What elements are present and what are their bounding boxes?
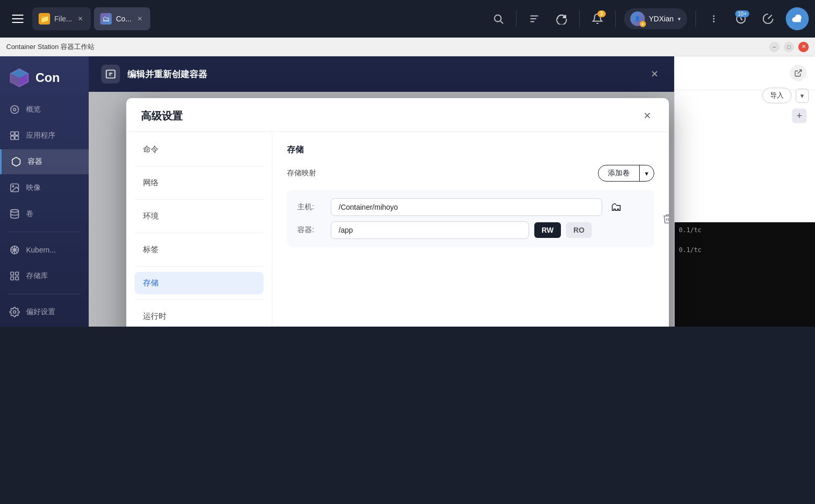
divider-3 xyxy=(615,10,616,27)
container-tab-icon: 🗂 xyxy=(100,13,112,25)
svg-point-7 xyxy=(713,21,715,22)
volumes-icon xyxy=(8,208,21,220)
storage-mapping-row: 存储映射 添加卷 ▾ xyxy=(287,165,654,182)
sidebar-item-apps[interactable]: 应用程序 xyxy=(0,123,89,148)
mapping-card-wrapper: 主机: 🗂 容器: RW RO xyxy=(287,190,654,247)
folder-browse-button[interactable]: 🗂 xyxy=(607,198,625,216)
nav-item-labels[interactable]: 标签 xyxy=(135,238,263,261)
minimize-button[interactable]: − xyxy=(769,42,780,52)
file-tab-label: File... xyxy=(54,15,72,23)
sidebar-logo: Con xyxy=(0,63,89,97)
storage-section-title: 存储 xyxy=(287,145,654,155)
nav-item-environment[interactable]: 环境 xyxy=(135,205,263,227)
modal-close-button[interactable]: ✕ xyxy=(640,109,654,123)
svg-point-13 xyxy=(11,106,19,114)
taskbar-actions: 3 👤 ★ YDXian ▾ 10+ xyxy=(489,7,809,30)
window-controls: − □ ✕ xyxy=(769,42,809,52)
nav-item-network[interactable]: 网络 xyxy=(135,172,263,194)
nav-divider-1 xyxy=(135,166,263,166)
panel-actions: 导入 ▾ xyxy=(762,88,809,103)
ro-button[interactable]: RO xyxy=(566,222,592,238)
close-window-button[interactable]: ✕ xyxy=(798,42,809,52)
sidebar-item-containers[interactable]: 容器 xyxy=(0,149,89,174)
app-layout: Con 概览 应用程序 xyxy=(0,56,815,327)
nav-item-runtime[interactable]: 运行时 xyxy=(135,305,263,327)
menu-button[interactable] xyxy=(6,7,29,30)
divider-2 xyxy=(579,10,580,27)
mapping-host-row: 主机: 🗂 xyxy=(297,198,644,216)
nav-item-storage[interactable]: 存储 xyxy=(135,272,263,294)
user-name: YDXian xyxy=(649,15,674,23)
add-volume-button[interactable]: 添加卷 ▾ xyxy=(598,165,654,182)
container-tab-close[interactable]: ✕ xyxy=(136,15,144,23)
search-button[interactable] xyxy=(489,9,508,28)
edit-dialog-header-icon xyxy=(101,65,120,83)
sidebar-item-preferences[interactable]: 偏好设置 xyxy=(0,299,89,327)
sidebar-item-preferences-label: 偏好设置 xyxy=(26,307,55,317)
stream-button[interactable] xyxy=(525,9,544,28)
file-tab-close[interactable]: ✕ xyxy=(76,15,85,23)
sidebar-item-overview-label: 概览 xyxy=(26,105,41,114)
sidebar-item-images[interactable]: 映像 xyxy=(0,175,89,200)
panel-dropdown-button[interactable]: ▾ xyxy=(796,89,809,103)
sidebar-item-kubernetes[interactable]: Kubern... xyxy=(0,237,89,262)
svg-rect-16 xyxy=(15,132,19,136)
delete-mapping-button[interactable] xyxy=(660,211,669,226)
more-button[interactable] xyxy=(704,9,723,28)
content-area: 编辑并重新创建容器 ✕ 0.1/tc 0.1/tc xyxy=(89,56,815,327)
import-button[interactable]: 导入 xyxy=(762,88,792,103)
overview-icon xyxy=(8,103,21,116)
svg-line-1 xyxy=(500,21,503,23)
svg-rect-24 xyxy=(16,272,19,275)
window-title: Container Station 容器工作站 xyxy=(6,42,769,52)
right-panel: 0.1/tc 0.1/tc 导入 ▾ + xyxy=(674,56,815,327)
svg-point-20 xyxy=(13,186,14,187)
sidebar-item-apps-label: 应用程序 xyxy=(26,131,55,140)
refresh-button[interactable] xyxy=(552,9,571,28)
user-area[interactable]: 👤 ★ YDXian ▾ xyxy=(624,8,687,29)
edit-dialog-close-button[interactable]: ✕ xyxy=(647,67,662,81)
storage-mapping-label: 存储映射 xyxy=(287,169,316,178)
add-button[interactable]: + xyxy=(792,109,807,123)
sidebar-item-volumes[interactable]: 卷 xyxy=(0,201,89,226)
nav-divider-2 xyxy=(135,199,263,200)
logo-icon xyxy=(8,67,30,89)
cloud-button[interactable] xyxy=(786,7,809,30)
modal-body: 命令 网络 环境 标签 存储 xyxy=(126,132,669,327)
notification-button[interactable]: 3 xyxy=(588,9,607,28)
window-titlebar: Container Station 容器工作站 − □ ✕ xyxy=(0,38,815,56)
svg-rect-28 xyxy=(106,70,115,78)
nav-item-command[interactable]: 命令 xyxy=(135,138,263,161)
sidebar-item-overview[interactable]: 概览 xyxy=(0,97,89,122)
containers-icon xyxy=(10,155,22,168)
sidebar-item-volumes-label: 卷 xyxy=(26,209,33,219)
modal-title: 高级设置 xyxy=(141,109,183,123)
edit-dialog-title: 编辑并重新创建容器 xyxy=(127,68,207,80)
user-avatar: 👤 ★ xyxy=(630,11,645,26)
sidebar-item-registry[interactable]: 存储库 xyxy=(0,263,89,289)
container-path-input[interactable] xyxy=(331,221,529,239)
svg-rect-26 xyxy=(16,277,19,280)
sidebar-item-registry-label: 存储库 xyxy=(26,271,48,281)
svg-rect-18 xyxy=(15,136,19,140)
rw-button[interactable]: RW xyxy=(534,222,561,238)
host-path-input[interactable] xyxy=(331,198,602,216)
mapping-card-0: 主机: 🗂 容器: RW RO xyxy=(287,190,654,247)
modal-nav: 命令 网络 环境 标签 存储 xyxy=(126,132,272,327)
version-button[interactable]: 10+ xyxy=(732,9,750,28)
sidebar-nav: 概览 应用程序 容器 xyxy=(0,97,89,327)
tab-container[interactable]: 🗂 Co... ✕ xyxy=(94,7,150,30)
svg-line-29 xyxy=(798,70,801,74)
images-icon xyxy=(8,182,21,194)
sidebar-item-containers-label: 容器 xyxy=(28,157,42,166)
external-link-icon[interactable] xyxy=(790,65,807,81)
container-tab-label: Co... xyxy=(116,15,131,23)
maximize-button[interactable]: □ xyxy=(784,42,794,52)
svg-rect-15 xyxy=(11,132,15,136)
speed-button[interactable] xyxy=(759,9,777,28)
divider-1 xyxy=(516,10,517,27)
tab-file[interactable]: 📁 File... ✕ xyxy=(32,7,91,30)
modal-header: 高级设置 ✕ xyxy=(126,98,669,132)
terminal-line-2: 0.1/tc xyxy=(679,246,811,254)
logo-text: Con xyxy=(35,70,60,85)
